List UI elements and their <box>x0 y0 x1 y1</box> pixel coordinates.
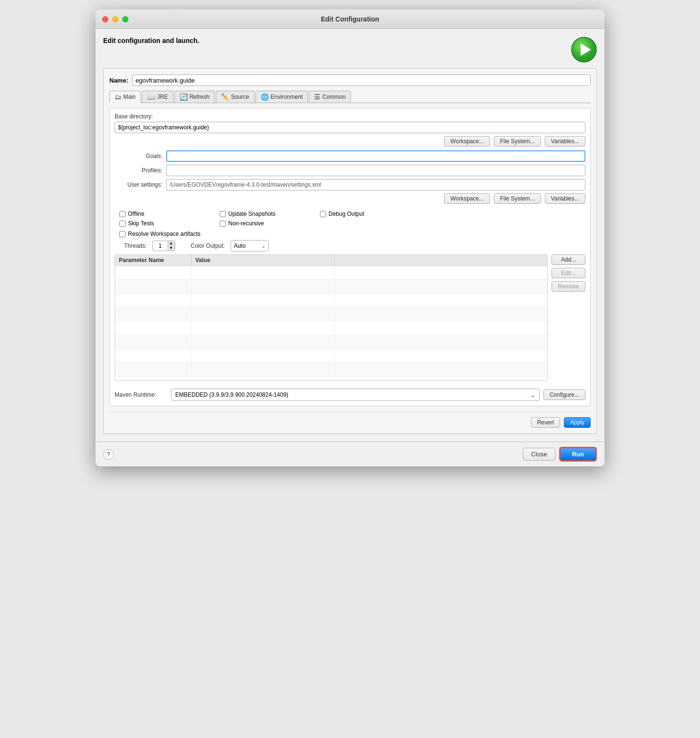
threads-label: Threads: <box>124 242 147 249</box>
goals-input[interactable] <box>166 150 585 162</box>
checkbox-offline: Offline <box>119 211 215 217</box>
profiles-row: Profiles: <box>115 165 585 176</box>
debug-output-checkbox[interactable] <box>320 211 326 217</box>
table-row <box>115 363 547 377</box>
table-cell-value <box>191 335 335 348</box>
main-tab-icon: 🗂 <box>115 93 121 101</box>
profiles-input[interactable] <box>166 165 585 176</box>
env-tab-icon: 🌐 <box>261 93 269 101</box>
revert-button[interactable]: Revert <box>531 417 560 428</box>
goals-row: Goals: <box>115 150 585 162</box>
close-button[interactable]: Close <box>523 448 555 461</box>
variables-button-1[interactable]: Variables... <box>545 136 585 147</box>
threads-spinner[interactable]: 1 ▲ ▼ <box>152 241 175 251</box>
maven-runtime-select[interactable]: EMBEDDED (3.9.9/3.9.900.20240824-1409) <box>171 389 540 401</box>
run-button[interactable]: Run <box>559 447 597 462</box>
resolve-workspace-checkbox[interactable] <box>119 231 126 237</box>
table-row <box>115 307 547 321</box>
minimize-window-button[interactable] <box>112 16 118 22</box>
checkbox-debug-output: Debug Output <box>320 211 415 217</box>
checkbox-resolve-workspace: Resolve Workspace artifacts <box>119 231 585 237</box>
name-input[interactable] <box>132 74 591 86</box>
common-tab-icon: ☰ <box>314 93 320 101</box>
tab-main-label: Main <box>123 94 136 100</box>
color-output-label: Color Output: <box>191 242 224 249</box>
spinner-up-arrow[interactable]: ▲ <box>169 241 173 246</box>
table-cell-name <box>115 294 191 307</box>
tab-common[interactable]: ☰ Common <box>309 91 351 103</box>
source-tab-icon: ✏️ <box>221 93 229 101</box>
threads-color-row: Threads: 1 ▲ ▼ Color Output: Auto <box>119 240 585 252</box>
checkbox-grid: Offline Update Snapshots Debug Output <box>119 211 585 227</box>
non-recursive-checkbox[interactable] <box>220 221 226 227</box>
table-row <box>115 294 547 307</box>
tab-jre[interactable]: 📖 JRE <box>142 91 173 103</box>
skip-tests-checkbox[interactable] <box>119 221 126 227</box>
table-row <box>115 321 547 335</box>
window-controls <box>102 16 128 22</box>
header-row: Edit configuration and launch. <box>103 37 597 63</box>
offline-checkbox[interactable] <box>119 211 126 217</box>
name-row: Name: <box>109 74 591 86</box>
skip-tests-label: Skip Tests <box>128 220 154 227</box>
tab-main[interactable]: 🗂 Main <box>109 91 141 103</box>
run-icon <box>571 37 597 63</box>
table-cell-value <box>191 280 335 293</box>
user-settings-input[interactable] <box>166 179 585 190</box>
base-dir-buttons: Workspace... File System... Variables... <box>115 136 585 147</box>
configure-button[interactable]: Configure... <box>543 390 585 400</box>
base-dir-label: Base directory: <box>115 113 585 120</box>
table-cell-extra <box>335 335 547 348</box>
checkboxes-area: Offline Update Snapshots Debug Output <box>119 208 585 254</box>
checkbox-update-snapshots: Update Snapshots <box>220 211 315 217</box>
user-settings-label: User settings: <box>115 181 162 188</box>
tab-refresh[interactable]: 🔄 Refresh <box>174 91 215 103</box>
maximize-window-button[interactable] <box>122 16 128 22</box>
table-cell-value <box>191 266 335 279</box>
non-recursive-label: Non-recursive <box>228 220 264 227</box>
parameter-table: Parameter Name Value <box>115 254 548 381</box>
table-cell-extra <box>335 307 547 321</box>
base-dir-input[interactable] <box>115 122 585 133</box>
maven-select-wrapper: EMBEDDED (3.9.9/3.9.900.20240824-1409) ⌄ <box>171 389 540 401</box>
table-cell-value <box>191 349 335 362</box>
workspace-button-1[interactable]: Workspace... <box>444 136 490 147</box>
color-output-select-wrapper: Auto Always Never <box>231 240 269 252</box>
file-system-button-1[interactable]: File System... <box>494 136 541 147</box>
file-system-button-2[interactable]: File System... <box>494 193 541 204</box>
help-button[interactable]: ? <box>103 449 114 460</box>
debug-output-label: Debug Output <box>329 211 364 217</box>
table-cell-extra <box>335 294 547 307</box>
tab-source[interactable]: ✏️ Source <box>216 91 255 103</box>
add-button[interactable]: Add... <box>552 254 585 265</box>
table-cell-value <box>191 321 335 335</box>
workspace-button-2[interactable]: Workspace... <box>444 193 490 204</box>
window-title: Edit Configuration <box>321 15 379 23</box>
remove-button[interactable]: Remove <box>552 281 585 292</box>
titlebar: Edit Configuration <box>95 10 605 29</box>
main-window: Edit Configuration Edit configuration an… <box>95 10 605 466</box>
tab-common-label: Common <box>322 94 346 100</box>
spinner-down-arrow[interactable]: ▼ <box>169 246 173 251</box>
tab-content: Base directory: Workspace... File System… <box>109 108 591 406</box>
table-header: Parameter Name Value <box>115 255 547 266</box>
edit-button[interactable]: Edit... <box>552 268 585 278</box>
jre-tab-icon: 📖 <box>147 93 155 101</box>
color-output-select[interactable]: Auto Always Never <box>231 240 269 252</box>
tab-source-label: Source <box>231 94 249 100</box>
update-snapshots-checkbox[interactable] <box>220 211 226 217</box>
maven-runtime-label: Maven Runtime: <box>115 391 167 398</box>
table-cell-name <box>115 321 191 335</box>
close-window-button[interactable] <box>102 16 108 22</box>
apply-button[interactable]: Apply <box>564 417 591 428</box>
table-cell-name <box>115 363 191 376</box>
tab-refresh-label: Refresh <box>190 94 210 100</box>
variables-button-2[interactable]: Variables... <box>545 193 585 204</box>
tab-environment[interactable]: 🌐 Environment <box>255 91 308 103</box>
tab-jre-label: JRE <box>157 94 168 100</box>
checkbox-non-recursive: Non-recursive <box>220 220 315 227</box>
table-cell-name <box>115 335 191 348</box>
user-settings-row: User settings: <box>115 179 585 190</box>
col-extra <box>335 255 547 265</box>
table-cell-name <box>115 349 191 362</box>
